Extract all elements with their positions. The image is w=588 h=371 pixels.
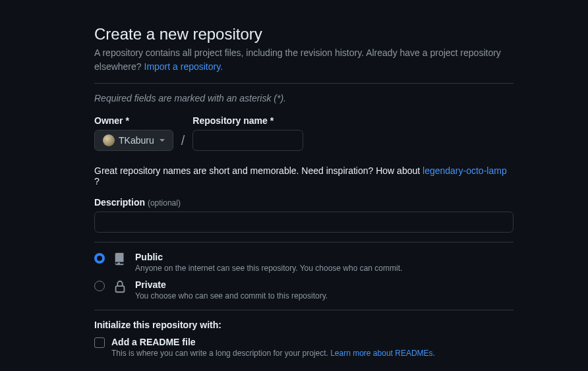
create-repo-form: Create a new repository A repository con… <box>94 0 514 371</box>
owner-name: TKaburu <box>119 135 154 146</box>
visibility-private-text: Private You choose who can see and commi… <box>135 279 328 300</box>
avatar <box>103 134 115 146</box>
description-input[interactable] <box>94 212 514 233</box>
suggestion-link[interactable]: legendary-octo-lamp <box>423 165 507 176</box>
import-repo-link[interactable]: Import a repository. <box>144 61 223 72</box>
lock-icon <box>113 279 127 294</box>
description-label: Description (optional) <box>94 197 514 208</box>
page-title: Create a new repository <box>94 25 514 43</box>
visibility-public-text: Public Anyone on the internet can see th… <box>135 252 402 273</box>
repo-icon <box>113 252 127 266</box>
learn-readmes-link[interactable]: Learn more about READMEs. <box>330 349 435 358</box>
repo-name-label: Repository name * <box>192 115 303 126</box>
repo-name-input[interactable] <box>192 130 303 151</box>
visibility-public-radio[interactable] <box>94 253 105 264</box>
add-readme-checkbox[interactable] <box>94 337 105 348</box>
owner-label: Owner * <box>94 115 173 126</box>
divider <box>94 310 514 310</box>
required-fields-note: Required fields are marked with an aster… <box>94 93 514 103</box>
chevron-down-icon <box>160 139 165 142</box>
add-readme-text: Add a README file This is where you can … <box>111 337 435 358</box>
init-heading: Initialize this repository with: <box>94 320 514 330</box>
repo-name-hint: Great repository names are short and mem… <box>94 165 514 186</box>
visibility-private-radio[interactable] <box>94 281 105 291</box>
owner-select-button[interactable]: TKaburu <box>94 130 173 151</box>
divider <box>94 242 514 243</box>
slash-separator: / <box>180 133 187 151</box>
page-subtitle: A repository contains all project files,… <box>94 46 514 74</box>
divider <box>94 83 514 84</box>
svg-rect-0 <box>116 286 125 292</box>
